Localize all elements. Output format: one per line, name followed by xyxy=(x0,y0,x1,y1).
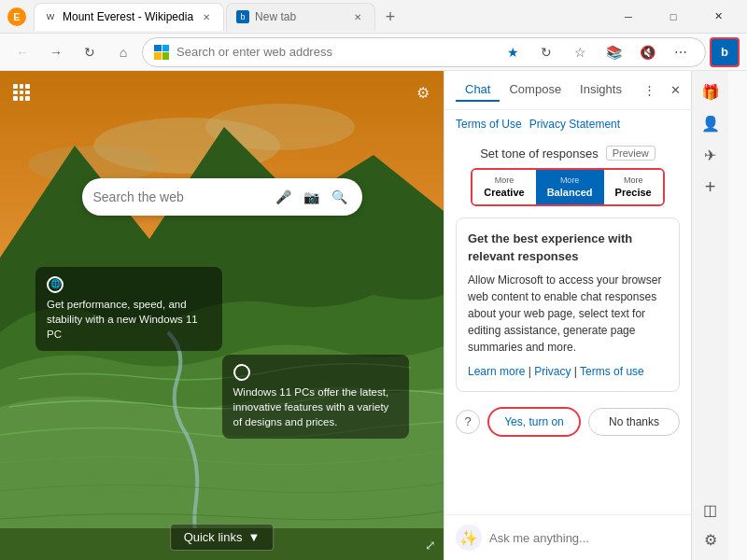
sidebar-settings-icon[interactable]: ⚙ xyxy=(696,525,726,554)
windows-icon xyxy=(154,45,169,60)
more-nav-icon[interactable]: ⋯ xyxy=(668,39,694,65)
expand-icon[interactable]: ⤢ xyxy=(425,538,436,553)
terms-link[interactable]: Terms of use xyxy=(580,365,644,378)
nav-bar: ← → ↻ ⌂ ★ ↻ ☆ 📚 🔇 ⋯ b xyxy=(0,34,747,71)
tab-title-new: New tab xyxy=(255,10,345,23)
chat-panel: Chat Compose Insights ⋮ ✕ Terms of Use P… xyxy=(444,71,691,560)
tab-strip: W Mount Everest - Wikipedia ✕ b New tab … xyxy=(34,3,403,31)
maximize-button[interactable]: □ xyxy=(652,2,695,32)
tab-close-wikipedia[interactable]: ✕ xyxy=(199,9,214,24)
apps-grid-icon[interactable] xyxy=(7,78,35,106)
chat-header: Chat Compose Insights ⋮ ✕ xyxy=(444,71,691,110)
ask-input[interactable] xyxy=(489,531,680,545)
right-sidebar: 🎁 👤 ✈ + ◫ ⚙ xyxy=(691,71,728,560)
nav-right: b xyxy=(710,37,740,67)
search-icon[interactable]: 🔍 xyxy=(329,186,351,208)
tab-new[interactable]: b New tab ✕ xyxy=(226,3,375,31)
favorites-icon[interactable]: ★ xyxy=(500,39,526,65)
quick-links-label: Quick links xyxy=(184,530,243,544)
tone-balanced-button[interactable]: More Balanced xyxy=(536,170,604,204)
main-area: ⚙ 🎤 📷 🔍 🌐 xyxy=(0,71,747,560)
window-controls: ─ □ ✕ xyxy=(607,2,740,32)
best-experience-card: Get the best experience with relevant re… xyxy=(456,217,680,392)
chat-body: Terms of Use Privacy Statement Set tone … xyxy=(444,110,691,514)
chat-menu-icon[interactable]: ⋮ xyxy=(639,79,661,102)
refresh-collections-icon[interactable]: ↻ xyxy=(533,39,559,65)
search-input[interactable] xyxy=(93,189,265,204)
turn-on-row: ? Yes, turn on No thanks xyxy=(456,403,680,441)
tab-wikipedia[interactable]: W Mount Everest - Wikipedia ✕ xyxy=(34,3,224,31)
info-text-1: Get performance, speed, and stability wi… xyxy=(47,299,198,340)
tab-title-wikipedia: Mount Everest - Wikipedia xyxy=(63,10,193,23)
tab-favicon-new: b xyxy=(236,10,249,23)
search-bar[interactable]: 🎤 📷 🔍 xyxy=(82,178,362,216)
chat-tab-strip: Chat Compose Insights xyxy=(456,78,631,102)
best-experience-title: Get the best experience with relevant re… xyxy=(468,230,668,266)
privacy-link[interactable]: Privacy xyxy=(534,365,571,378)
new-tab-button[interactable]: + xyxy=(377,5,403,31)
title-bar-left: E xyxy=(7,7,26,26)
close-button[interactable]: ✕ xyxy=(697,2,740,32)
preview-badge: Preview xyxy=(606,146,655,161)
search-icons: 🎤 📷 🔍 xyxy=(273,186,351,208)
send-icon[interactable]: ✈ xyxy=(696,140,726,170)
info-bubble-1[interactable]: 🌐 Get performance, speed, and stability … xyxy=(35,267,222,351)
chat-close-icon[interactable]: ✕ xyxy=(665,79,687,102)
camera-icon[interactable]: 📷 xyxy=(301,186,323,208)
title-bar: E W Mount Everest - Wikipedia ✕ b New ta… xyxy=(0,0,747,34)
info-text-2: Windows 11 PCs offer the latest, innovat… xyxy=(233,386,389,427)
quick-links-button[interactable]: Quick links ▼ xyxy=(170,524,275,551)
minimize-button[interactable]: ─ xyxy=(607,2,650,32)
mute-icon[interactable]: 🔇 xyxy=(634,39,660,65)
globe-icon-2 xyxy=(233,364,250,381)
address-input[interactable] xyxy=(176,45,492,59)
person-icon[interactable]: 👤 xyxy=(696,108,726,138)
chevron-down-icon: ▼ xyxy=(247,530,260,544)
help-icon[interactable]: ? xyxy=(456,410,480,434)
best-experience-links: Learn more | Privacy | Terms of use xyxy=(468,363,668,380)
gift-icon[interactable]: 🎁 xyxy=(696,77,726,106)
tab-insights[interactable]: Insights xyxy=(571,78,631,102)
reading-view-icon[interactable]: 📚 xyxy=(600,39,627,65)
sidebar-toggle-icon[interactable]: ◫ xyxy=(696,495,726,525)
forward-button[interactable]: → xyxy=(41,37,71,67)
sparkle-icon: ✨ xyxy=(456,525,482,551)
tab-chat[interactable]: Chat xyxy=(456,78,500,102)
quick-links-bar: Quick links ▼ xyxy=(170,524,275,551)
terms-of-use-link[interactable]: Terms of Use xyxy=(456,118,522,131)
browser-frame: E W Mount Everest - Wikipedia ✕ b New ta… xyxy=(0,0,747,560)
home-button[interactable]: ⌂ xyxy=(108,37,138,67)
tone-section: Set tone of responses Preview More Creat… xyxy=(456,146,680,206)
new-tab-toolbar: ⚙ xyxy=(7,78,436,106)
microphone-icon[interactable]: 🎤 xyxy=(273,186,295,208)
new-tab-page: ⚙ 🎤 📷 🔍 🌐 xyxy=(0,71,444,560)
chat-header-icons: ⋮ ✕ xyxy=(639,79,687,102)
globe-icon-1: 🌐 xyxy=(47,276,63,293)
tone-creative-button[interactable]: More Creative xyxy=(472,170,535,204)
add-favorites-icon[interactable]: ☆ xyxy=(567,39,593,65)
info-bubble-2[interactable]: Windows 11 PCs offer the latest, innovat… xyxy=(222,355,409,439)
tab-compose[interactable]: Compose xyxy=(500,78,571,102)
tab-favicon-wikipedia: W xyxy=(44,10,57,23)
page-settings-icon[interactable]: ⚙ xyxy=(410,79,436,105)
bing-copilot-button[interactable]: b xyxy=(710,37,740,67)
search-bar-container: 🎤 📷 🔍 xyxy=(82,178,362,216)
terms-links: Terms of Use Privacy Statement xyxy=(456,118,680,131)
ask-anything-bar: ✨ xyxy=(444,514,691,560)
address-bar[interactable]: ★ ↻ ☆ 📚 🔇 ⋯ xyxy=(142,37,706,67)
tone-buttons: More Creative More Balanced More Precise xyxy=(471,168,665,206)
refresh-button[interactable]: ↻ xyxy=(75,37,105,67)
bing-letter: b xyxy=(721,45,728,59)
tab-close-new[interactable]: ✕ xyxy=(350,9,365,24)
yes-turn-on-button[interactable]: Yes, turn on xyxy=(487,407,581,437)
back-button[interactable]: ← xyxy=(7,37,37,67)
tone-title: Set tone of responses Preview xyxy=(480,146,655,161)
browser-logo-icon: E xyxy=(7,7,26,26)
sidebar-bottom: ◫ ⚙ xyxy=(696,495,726,554)
best-experience-body: Allow Microsoft to access your browser w… xyxy=(468,272,668,356)
privacy-statement-link[interactable]: Privacy Statement xyxy=(529,118,620,131)
add-sidebar-button[interactable]: + xyxy=(696,172,726,202)
no-thanks-button[interactable]: No thanks xyxy=(588,408,680,436)
learn-more-link[interactable]: Learn more xyxy=(468,365,525,378)
tone-precise-button[interactable]: More Precise xyxy=(604,170,663,204)
